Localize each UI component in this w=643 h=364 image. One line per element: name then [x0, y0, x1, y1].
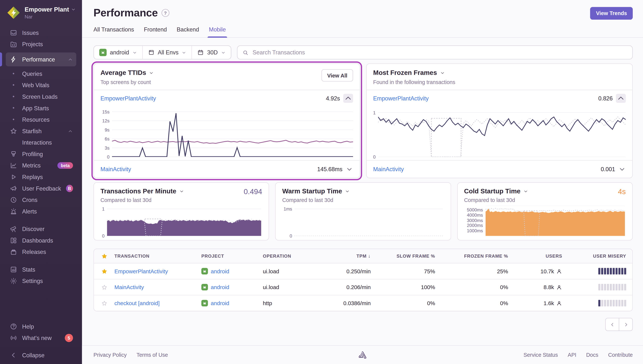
header-star-icon[interactable]	[94, 253, 115, 259]
panel-subtitle: Compared to last 30d	[282, 197, 444, 203]
sidebar-item-user-feedback[interactable]: User FeedbackB	[6, 183, 76, 194]
expand-row-button[interactable]	[346, 166, 353, 173]
sidebar-item-label: Performance	[22, 56, 55, 62]
help-tooltip-icon[interactable]: ?	[161, 9, 169, 17]
sidebar-item-label: Web Vitals	[22, 82, 50, 88]
sidebar-item-label: Settings	[22, 278, 43, 284]
sidebar-item-collapse[interactable]: Collapse	[6, 350, 76, 361]
footer-link-docs[interactable]: Docs	[586, 352, 598, 358]
footer-link-contribute[interactable]: Contribute	[608, 352, 633, 358]
sidebar-item-resources[interactable]: •Resources	[6, 114, 76, 125]
expand-row-button[interactable]	[618, 166, 626, 173]
filter-label: 30D	[207, 49, 218, 56]
transaction-link[interactable]: checkout [android]	[115, 300, 160, 306]
chevron-up-icon	[68, 57, 73, 62]
sidebar-item-performance[interactable]: Performance	[6, 52, 76, 66]
table-header: TRANSACTIONPROJECTOPERATIONTPM ↓SLOW FRA…	[94, 249, 632, 264]
transaction-link[interactable]: MainActivity	[115, 284, 144, 290]
tab-frontend[interactable]: Frontend	[144, 26, 167, 37]
transaction-link[interactable]: EmpowerPlantActivity	[101, 95, 156, 102]
filter-android[interactable]: android	[94, 46, 142, 59]
project-link[interactable]: android	[211, 300, 229, 306]
favorite-star-icon[interactable]	[94, 268, 115, 274]
sidebar-item-interactions[interactable]: Interactions	[6, 137, 76, 148]
panel-title-dropdown[interactable]: Transactions Per Minute	[101, 188, 262, 195]
sidebar-item-issues[interactable]: Issues	[6, 27, 76, 38]
sidebar-item-queries[interactable]: •Queries	[6, 68, 76, 80]
filter-all-envs[interactable]: All Envs	[142, 46, 191, 59]
sidebar-item-app-starts[interactable]: •App Starts	[6, 102, 76, 114]
org-logo-icon	[7, 6, 21, 20]
sidebar-item-starfish[interactable]: Starfish	[6, 125, 76, 137]
metric-value: 0.001	[601, 166, 615, 172]
axis-tick-label: 2000ms	[467, 223, 483, 228]
issues-icon	[10, 29, 17, 36]
project-link[interactable]: android	[211, 284, 229, 290]
transaction-link[interactable]: MainActivity	[373, 166, 404, 172]
favorite-star-icon[interactable]	[94, 300, 115, 306]
sidebar-item-what-s-new[interactable]: What's new5	[6, 332, 76, 344]
org-switcher[interactable]: Empower Plant Nar	[6, 6, 76, 20]
avg-ttids-chart	[112, 109, 353, 157]
sidebar-item-releases[interactable]: Releases	[6, 246, 76, 258]
axis-tick-label: 1000ms	[467, 228, 483, 233]
sidebar-item-metrics[interactable]: Metricsbeta	[6, 160, 76, 172]
previous-page-button[interactable]	[605, 318, 619, 331]
sidebar-item-profiling[interactable]: Profiling	[6, 148, 76, 160]
frozen-frames-chart	[378, 109, 626, 157]
column-header-users[interactable]: USERS	[508, 254, 562, 258]
panel-title: Warm Startup Time	[282, 188, 342, 195]
transaction-link[interactable]: MainActivity	[101, 166, 131, 172]
column-header-slow-frame[interactable]: SLOW FRAME %	[371, 254, 435, 258]
sidebar-item-help[interactable]: Help	[6, 321, 76, 332]
column-header-transaction[interactable]: TRANSACTION	[115, 254, 201, 258]
filter-30d[interactable]: 30D	[192, 46, 231, 59]
next-page-button[interactable]	[619, 318, 633, 331]
view-all-button[interactable]: View All	[322, 69, 353, 82]
footer-link-terms-of-use[interactable]: Terms of Use	[137, 352, 168, 358]
sidebar-item-web-vitals[interactable]: •Web Vitals	[6, 80, 76, 91]
panel-title: Average TTIDs	[101, 69, 146, 77]
user-misery-bars	[562, 268, 632, 274]
y-axis: 1ms0	[282, 206, 295, 236]
panel-title-dropdown[interactable]: Cold Startup Time	[464, 188, 626, 195]
footer-link-service-status[interactable]: Service Status	[523, 352, 558, 358]
collapse-row-button[interactable]	[343, 94, 353, 103]
favorite-star-icon[interactable]	[94, 284, 115, 290]
y-axis: 10	[101, 206, 107, 236]
footer-link-privacy-policy[interactable]: Privacy Policy	[93, 352, 127, 358]
megaphone-icon	[10, 185, 17, 192]
column-header-operation[interactable]: OPERATION	[263, 254, 312, 258]
sidebar-item-screen-loads[interactable]: •Screen Loads	[6, 91, 76, 102]
sidebar-item-stats[interactable]: Stats	[6, 264, 76, 275]
tpm-chart	[107, 206, 261, 236]
tab-mobile[interactable]: Mobile	[209, 26, 226, 37]
panel-title-dropdown[interactable]: Average TTIDs	[101, 69, 353, 77]
footer-link-api[interactable]: API	[568, 352, 576, 358]
project-link[interactable]: android	[211, 268, 229, 274]
transaction-link[interactable]: EmpowerPlantActivity	[115, 268, 168, 274]
sidebar-item-alerts[interactable]: Alerts	[6, 206, 76, 217]
panel-title-dropdown[interactable]: Warm Startup Time	[282, 188, 444, 195]
sidebar-item-projects[interactable]: Projects	[6, 38, 76, 50]
collapse-row-button[interactable]	[616, 94, 626, 103]
sidebar-item-settings[interactable]: Settings	[6, 275, 76, 287]
panel-title-dropdown[interactable]: Most Frozen Frames	[373, 69, 626, 77]
transaction-link[interactable]: EmpowerPlantActivity	[373, 95, 429, 102]
profiling-icon	[10, 150, 17, 158]
tab-all-transactions[interactable]: All Transactions	[93, 26, 134, 37]
sidebar-item-discover[interactable]: Discover	[6, 223, 76, 235]
view-trends-button[interactable]: View Trends	[590, 7, 633, 20]
sidebar-item-dashboards[interactable]: Dashboards	[6, 235, 76, 246]
column-header-tpm[interactable]: TPM ↓	[312, 253, 371, 259]
tab-bar: All TransactionsFrontendBackendMobile	[82, 26, 643, 38]
panel-title: Cold Startup Time	[464, 188, 520, 195]
column-header-user-misery[interactable]: USER MISERY	[562, 254, 632, 258]
search-input[interactable]	[252, 49, 627, 56]
sidebar-item-replays[interactable]: Replays	[6, 171, 76, 183]
tab-backend[interactable]: Backend	[177, 26, 199, 37]
sidebar-item-label: Queries	[22, 70, 42, 77]
sidebar-item-crons[interactable]: Crons	[6, 194, 76, 206]
column-header-frozen-frame[interactable]: FROZEN FRAME %	[435, 254, 508, 258]
column-header-project[interactable]: PROJECT	[201, 254, 263, 258]
